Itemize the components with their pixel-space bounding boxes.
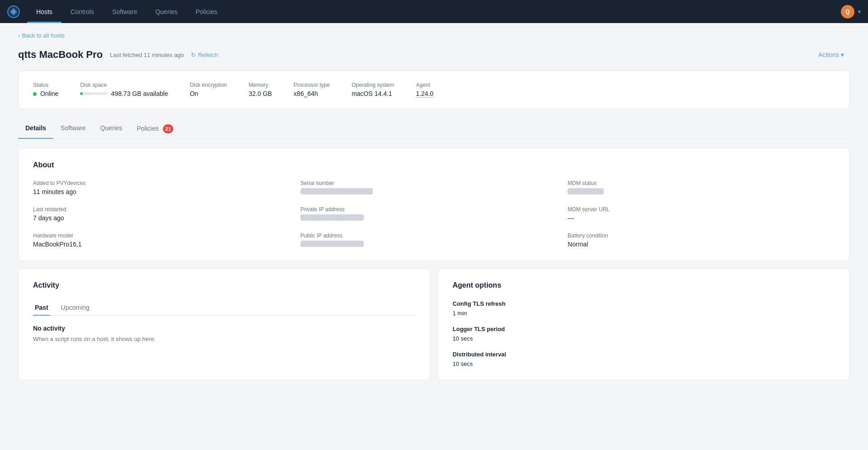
status-item-status: Status Online xyxy=(33,82,58,97)
status-item-processor: Processor type x86_64h xyxy=(294,82,330,97)
about-private-ip: Private IP address xyxy=(300,206,568,222)
nav-right: Q ▾ xyxy=(841,5,861,19)
avatar[interactable]: Q xyxy=(841,5,854,19)
nav-tab-controls[interactable]: Controls xyxy=(62,0,103,23)
chevron-down-icon: ▾ xyxy=(841,51,844,58)
policies-badge: 21 xyxy=(163,124,173,133)
config-tls: Config TLS refresh 1 min xyxy=(453,300,835,317)
disk-bar-fill xyxy=(80,92,83,95)
nav-tab-software[interactable]: Software xyxy=(103,0,146,23)
tab-queries[interactable]: Queries xyxy=(93,120,129,139)
about-battery: Battery condition Normal xyxy=(568,232,835,248)
refetch-button[interactable]: ↻ Refetch xyxy=(191,52,218,58)
no-activity-title: No activity xyxy=(33,325,415,332)
page-header-left: qtts MacBook Pro Last fetched 11 minutes… xyxy=(18,49,218,61)
logo xyxy=(7,5,20,18)
about-hardware: Hardware model MacBookPro16,1 xyxy=(33,232,300,248)
refresh-icon: ↻ xyxy=(191,52,196,58)
about-added: Added to PVYdevices 11 minutes ago xyxy=(33,180,300,195)
status-item-memory: Memory 32.0 GB xyxy=(248,82,272,97)
distributed-interval: Distributed interval 10 secs xyxy=(453,351,835,367)
activity-tabs: Past Upcoming xyxy=(33,300,415,316)
agent-value[interactable]: 1.24.0 xyxy=(416,90,434,98)
tab-policies[interactable]: Policies 21 xyxy=(129,120,180,139)
avatar-chevron[interactable]: ▾ xyxy=(858,9,861,15)
agent-options-title: Agent options xyxy=(453,281,835,289)
status-item-agent: Agent 1.24.0 xyxy=(416,82,434,98)
about-serial: Serial number xyxy=(300,180,568,195)
mdm-status-blurred xyxy=(568,188,604,194)
about-title: About xyxy=(33,161,835,169)
svg-point-1 xyxy=(12,10,15,13)
status-value: Online xyxy=(33,90,58,97)
fetched-text: Last fetched 11 minutes ago xyxy=(110,52,184,58)
activity-card: Activity Past Upcoming No activity When … xyxy=(18,268,430,380)
logger-tls: Logger TLS period 10 secs xyxy=(453,326,835,342)
about-mdm-server: MDM server URL — xyxy=(568,206,835,222)
about-card: About Added to PVYdevices 11 minutes ago… xyxy=(18,148,850,261)
activity-title: Activity xyxy=(33,281,415,289)
page-header: qtts MacBook Pro Last fetched 11 minutes… xyxy=(18,48,850,62)
tab-software[interactable]: Software xyxy=(53,120,93,139)
page-title: qtts MacBook Pro xyxy=(18,49,103,61)
main-content: ‹ Back to all hosts qtts MacBook Pro Las… xyxy=(0,23,868,397)
about-mdm-status: MDM status xyxy=(568,180,835,195)
bottom-grid: Activity Past Upcoming No activity When … xyxy=(18,268,850,388)
status-item-disk-encryption: Disk encryption On xyxy=(190,82,227,97)
nav-tab-queries[interactable]: Queries xyxy=(146,0,186,23)
status-item-os: Operating system macOS 14.4.1 xyxy=(352,82,394,97)
status-card: Status Online Disk space 498.73 GB avail… xyxy=(18,71,850,109)
activity-tab-past[interactable]: Past xyxy=(33,300,50,316)
actions-button[interactable]: Actions ▾ xyxy=(812,48,850,62)
online-dot xyxy=(33,92,37,96)
back-arrow-icon: ‹ xyxy=(18,32,20,39)
no-activity-text: When a script runs on a host, it shows u… xyxy=(33,336,415,342)
private-ip-blurred xyxy=(300,214,364,221)
nav-tabs: Hosts Controls Software Queries Policies xyxy=(27,0,226,23)
back-link[interactable]: ‹ Back to all hosts xyxy=(18,32,850,39)
about-last-restarted: Last restarted 7 days ago xyxy=(33,206,300,222)
detail-tabs: Details Software Queries Policies 21 xyxy=(18,120,850,139)
nav-tab-hosts[interactable]: Hosts xyxy=(27,0,62,23)
serial-blurred xyxy=(300,188,373,194)
status-item-disk-space: Disk space 498.73 GB available xyxy=(80,82,168,97)
public-ip-blurred xyxy=(300,241,364,247)
tab-details[interactable]: Details xyxy=(18,120,53,139)
nav-tab-policies[interactable]: Policies xyxy=(186,0,226,23)
agent-options-grid: Config TLS refresh 1 min Logger TLS peri… xyxy=(453,300,835,367)
disk-bar-container: 498.73 GB available xyxy=(80,90,168,97)
navbar: Hosts Controls Software Queries Policies… xyxy=(0,0,868,23)
activity-tab-upcoming[interactable]: Upcoming xyxy=(59,300,91,316)
about-public-ip: Public IP address xyxy=(300,232,568,248)
about-grid: Added to PVYdevices 11 minutes ago Seria… xyxy=(33,180,835,248)
disk-bar xyxy=(80,92,107,95)
agent-options-card: Agent options Config TLS refresh 1 min L… xyxy=(438,268,850,380)
